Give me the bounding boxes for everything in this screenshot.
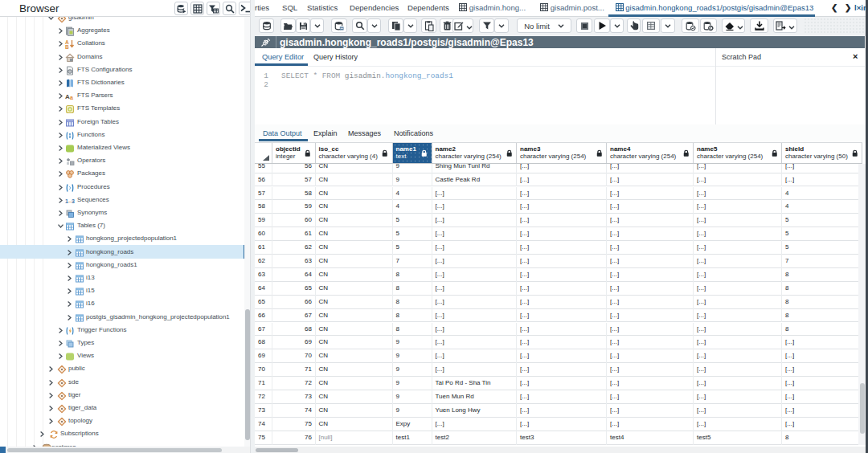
svg-text:B: B — [65, 44, 69, 50]
svg-text:a: a — [70, 95, 73, 100]
svg-text:3: 3 — [72, 198, 75, 203]
svg-text:1: 1 — [65, 198, 68, 203]
